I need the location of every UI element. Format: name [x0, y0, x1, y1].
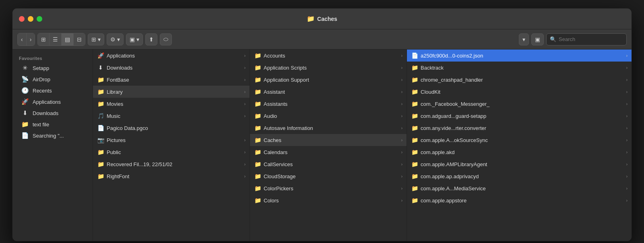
search-box[interactable]: 🔍	[546, 33, 627, 45]
forward-button[interactable]: ›	[27, 33, 35, 45]
cloudstorage-icon: 📁	[254, 173, 261, 179]
search-input[interactable]	[559, 36, 623, 42]
col-item-downloads[interactable]: ⬇Downloads›	[93, 62, 250, 74]
calendars-icon: 📁	[254, 149, 261, 155]
share-button[interactable]: ⬆	[145, 33, 157, 45]
col-item-cloudstorage[interactable]: 📁CloudStorage›	[250, 170, 407, 182]
col-item-movies[interactable]: 📁Movies›	[93, 98, 250, 110]
recovered-arrow-icon: ›	[244, 162, 246, 167]
view-buttons: ⊞ ☰ ▤ ⊟	[37, 33, 85, 46]
col-item-appstore[interactable]: 📁com.apple.appstore›	[407, 194, 632, 206]
column-1: 🚀Applications›⬇Downloads›📁FontBase›📁Libr…	[93, 49, 250, 241]
view-icons-button[interactable]: ⊞	[38, 33, 50, 45]
callservices-icon: 📁	[254, 161, 261, 167]
chrome_crash-label: chrome_crashpad_handler	[421, 77, 624, 83]
nav-buttons: ‹ ›	[17, 33, 35, 46]
col-item-colors[interactable]: 📁Colors›	[250, 194, 407, 206]
col-item-calendars[interactable]: 📁Calendars›	[250, 146, 407, 158]
rightfont-arrow-icon: ›	[244, 174, 246, 179]
assistant-arrow-icon: ›	[401, 90, 402, 94]
col-item-rightfont[interactable]: 📁RightFont›	[93, 170, 250, 182]
movies-label: Movies	[107, 101, 242, 107]
col-item-pagico[interactable]: 📄Pagico Data.pgco	[93, 122, 250, 134]
calendars-arrow-icon: ›	[401, 150, 402, 154]
sidebar-item-recents[interactable]: 🕐 Recents	[15, 85, 90, 96]
colors-label: Colors	[264, 198, 399, 204]
appsupport-arrow-icon: ›	[401, 78, 402, 82]
textfile-icon: 📁	[21, 121, 29, 128]
col-item-callservices[interactable]: 📁CallServices›	[250, 158, 407, 170]
sidebar-item-applications[interactable]: 🚀 Applications	[15, 96, 90, 107]
col-item-accounts[interactable]: 📁Accounts›	[250, 49, 407, 62]
col-item-chrome_crash[interactable]: 📁chrome_crashpad_handler›	[407, 74, 632, 86]
col-item-music[interactable]: 🎵Music›	[93, 110, 250, 122]
public-icon: 📁	[97, 149, 104, 155]
col-item-facebook[interactable]: 📁com._Facebook_Messenger_›	[407, 98, 632, 110]
appleakd-label: com.apple.akd	[421, 149, 624, 155]
assistants-label: Assistants	[264, 101, 399, 107]
col-item-anyvid[interactable]: 📁com.any.vide...rter.converter›	[407, 122, 632, 134]
sidebar-item-searching[interactable]: 📄 Searching "...	[15, 130, 90, 141]
callservices-label: CallServices	[264, 161, 399, 167]
actions-button[interactable]: ⚙ ▾	[107, 33, 124, 45]
view-gallery-button[interactable]: ⊟	[74, 33, 85, 45]
close-button[interactable]	[19, 16, 25, 22]
col-item-appleok[interactable]: 📁com.apple.A...okSourceSync›	[407, 134, 632, 146]
col-item-backtrack[interactable]: 📁Backtrack›	[407, 62, 632, 74]
pagico-label: Pagico Data.pgco	[107, 125, 246, 131]
appscripts-label: Application Scripts	[264, 65, 399, 71]
path-button[interactable]: ▣ ▾	[126, 33, 143, 45]
appscripts-icon: 📁	[254, 64, 261, 71]
col-item-public[interactable]: 📁Public›	[93, 146, 250, 158]
col-item-cloudkit[interactable]: 📁CloudKit›	[407, 86, 632, 98]
movies-icon: 📁	[97, 101, 104, 107]
minimize-button[interactable]	[28, 16, 33, 22]
view-columns-button[interactable]: ▤	[62, 33, 74, 45]
pathbar-button[interactable]: ▣	[531, 33, 544, 45]
downloads-icon: ⬇	[97, 64, 104, 71]
autosave-arrow-icon: ›	[401, 126, 402, 130]
apmedia-label: com.apple.A...MediaService	[421, 185, 624, 192]
col-item-amplib[interactable]: 📁com.apple.AMPLibraryAgent›	[407, 158, 632, 170]
dropdown-button[interactable]: ▾	[519, 33, 529, 45]
col-item-audio[interactable]: 📁Audio›	[250, 110, 407, 122]
appleok-icon: 📁	[411, 137, 418, 143]
col-item-apmedia[interactable]: 📁com.apple.A...MediaService›	[407, 182, 632, 194]
col-item-caches[interactable]: 📁Caches›	[250, 134, 407, 146]
col-item-assistant[interactable]: 📁Assistant›	[250, 86, 407, 98]
sidebar-item-setapp[interactable]: ✳ Setapp	[15, 62, 90, 74]
sidebar-item-textfile[interactable]: 📁 text file	[15, 119, 90, 130]
col-item-library[interactable]: 📁Library›	[93, 86, 250, 98]
applications-label: Applications	[107, 53, 242, 59]
col-item-a250[interactable]: 📄a250fc900d...0-coins2.json›	[407, 49, 632, 62]
col-item-adguard[interactable]: 📁com.adguard...guard-setapp›	[407, 110, 632, 122]
amplib-icon: 📁	[411, 161, 418, 167]
apmedia-arrow-icon: ›	[626, 186, 627, 191]
col-item-apprivacy[interactable]: 📁com.apple.ap.adprivacyd›	[407, 170, 632, 182]
col-item-appleakd[interactable]: 📁com.apple.akd›	[407, 146, 632, 158]
col-item-appsupport[interactable]: 📁Application Support›	[250, 74, 407, 86]
appleakd-icon: 📁	[411, 149, 418, 155]
tag-button[interactable]: ⬭	[160, 33, 172, 45]
col-item-colorpickers[interactable]: 📁ColorPickers›	[250, 182, 407, 194]
col-item-appscripts[interactable]: 📁Application Scripts›	[250, 62, 407, 74]
recovered-label: Recovered Fil...19, 22/51/02	[107, 161, 242, 167]
downloads-arrow-icon: ›	[244, 66, 246, 70]
col-item-recovered[interactable]: 📁Recovered Fil...19, 22/51/02›	[93, 158, 250, 170]
col-item-pictures[interactable]: 📷Pictures›	[93, 134, 250, 146]
col-item-applications[interactable]: 🚀Applications›	[93, 49, 250, 62]
maximize-button[interactable]	[37, 16, 42, 22]
adguard-icon: 📁	[411, 113, 418, 119]
a250-label: a250fc900d...0-coins2.json	[421, 53, 624, 59]
view-list-button[interactable]: ☰	[50, 33, 62, 45]
sidebar-item-airdrop[interactable]: 📡 AirDrop	[15, 74, 90, 85]
audio-arrow-icon: ›	[401, 114, 402, 118]
backtrack-icon: 📁	[411, 64, 418, 71]
cloudkit-arrow-icon: ›	[626, 90, 627, 94]
view-group-button[interactable]: ⊞ ▾	[88, 33, 104, 45]
col-item-autosave[interactable]: 📁Autosave Information›	[250, 122, 407, 134]
sidebar-item-downloads[interactable]: ⬇ Downloads	[15, 107, 90, 119]
back-button[interactable]: ‹	[18, 33, 27, 45]
col-item-assistants[interactable]: 📁Assistants›	[250, 98, 407, 110]
col-item-fontbase[interactable]: 📁FontBase›	[93, 74, 250, 86]
